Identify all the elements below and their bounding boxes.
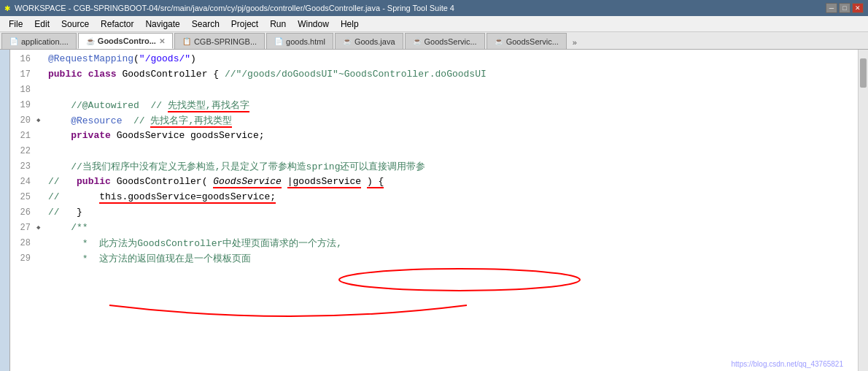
menu-project[interactable]: Project <box>225 18 264 31</box>
tab-label-application: application.... <box>21 37 69 46</box>
tab-label-goodsjava: Goods.java <box>354 37 395 46</box>
tabs-bar: 📄 application.... ☕ GoodsContro... ✕ 📋 C… <box>0 32 868 50</box>
line-num-19: 19 <box>10 100 36 110</box>
tab-goodsservice2[interactable]: ☕ GoodsServic... <box>487 33 567 49</box>
scrollbar-thumb[interactable] <box>860 58 867 88</box>
line-content-27: /** <box>45 222 858 233</box>
menu-run[interactable]: Run <box>264 18 292 31</box>
tab-icon-app: 📄 <box>9 37 18 45</box>
menu-search[interactable]: Search <box>186 18 225 31</box>
line-content-22 <box>45 145 858 156</box>
line-content-20: @Resource // 先找名字,再找类型 <box>45 114 858 127</box>
line-num-25: 25 <box>10 192 36 202</box>
line-num-18: 18 <box>10 85 36 95</box>
line-num-29: 29 <box>10 253 36 264</box>
code-line-19: 19 //@Autowired // 先找类型,再找名字 <box>10 97 858 112</box>
menu-refactor[interactable]: Refactor <box>95 18 139 31</box>
line-num-20: 20 <box>10 115 36 126</box>
code-line-29: 29 * 这方法的返回值现在是一个模板页面 <box>10 250 858 266</box>
tab-label-goodscontroller: GoodsContro... <box>98 37 156 45</box>
tab-goods-java[interactable]: ☕ Goods.java <box>335 33 403 49</box>
code-line-28: 28 * 此方法为GoodsController中处理页面请求的一个方法, <box>10 235 858 250</box>
code-line-27: 27 ◆ /** <box>10 220 858 235</box>
line-content-18 <box>45 84 858 95</box>
editor-container: 16 @RequestMapping("/goods/") 17 public … <box>0 50 868 371</box>
line-content-21: private GoodsService goodsService; <box>45 130 858 141</box>
close-button[interactable]: ✕ <box>852 3 864 13</box>
menu-source[interactable]: Source <box>55 18 95 31</box>
app-icon: ✱ <box>4 4 10 12</box>
line-content-24: // public GoodsController( GoodsService … <box>45 176 858 187</box>
code-line-17: 17 public class GoodsController { //"/go… <box>10 66 858 82</box>
svg-point-0 <box>339 269 580 291</box>
tab-label-gs2: GoodsServic... <box>506 37 559 46</box>
menu-edit[interactable]: Edit <box>28 18 55 31</box>
tab-icon-gs1: ☕ <box>413 37 422 45</box>
line-content-29: * 这方法的返回值现在是一个模板页面 <box>45 252 858 265</box>
line-marker-27: ◆ <box>36 223 45 232</box>
line-content-26: // } <box>45 207 858 218</box>
watermark: https://blog.csdn.net/qq_43765821 <box>732 360 843 368</box>
tab-icon-goods: ☕ <box>86 37 95 45</box>
line-num-27: 27 <box>10 223 36 233</box>
tab-goodscontroller[interactable]: ☕ GoodsContro... ✕ <box>78 33 173 49</box>
line-content-28: * 此方法为GoodsController中处理页面请求的一个方法, <box>45 237 858 250</box>
tab-label-html: goods.html <box>286 37 325 46</box>
line-num-26: 26 <box>10 207 36 218</box>
tab-icon-cgb: 📋 <box>182 37 191 45</box>
line-content-19: //@Autowired // 先找类型,再找名字 <box>45 99 858 112</box>
vertical-scrollbar[interactable] <box>858 50 868 371</box>
code-area[interactable]: 16 @RequestMapping("/goods/") 17 public … <box>10 50 858 371</box>
line-num-17: 17 <box>10 69 36 80</box>
tab-application[interactable]: 📄 application.... <box>1 33 77 49</box>
tab-close-goodscontroller[interactable]: ✕ <box>159 37 165 45</box>
code-line-25: 25 // this.goodsService=goodsService; <box>10 189 858 204</box>
code-line-20: 20 ◆ @Resource // 先找名字,再找类型 <box>10 112 858 128</box>
menu-file[interactable]: File <box>3 18 28 31</box>
code-line-18: 18 <box>10 82 858 97</box>
menu-navigate[interactable]: Navigate <box>139 18 185 31</box>
code-line-26: 26 // } <box>10 204 858 220</box>
line-marker-20: ◆ <box>36 116 45 124</box>
code-line-21: 21 private GoodsService goodsService; <box>10 128 858 143</box>
tab-cgb-springboot[interactable]: 📋 CGB-SPRINGB... <box>174 33 265 49</box>
line-num-28: 28 <box>10 238 36 248</box>
minimize-button[interactable]: ─ <box>826 3 837 13</box>
line-num-23: 23 <box>10 161 36 172</box>
tabs-overflow[interactable]: » <box>568 36 581 49</box>
line-num-16: 16 <box>10 54 36 64</box>
menu-window[interactable]: Window <box>292 18 335 31</box>
code-line-22: 22 <box>10 143 858 158</box>
tab-goodsservice1[interactable]: ☕ GoodsServic... <box>405 33 485 49</box>
window-controls[interactable]: ─ □ ✕ <box>826 3 864 13</box>
line-num-24: 24 <box>10 177 36 187</box>
menu-help[interactable]: Help <box>335 18 365 31</box>
tab-icon-goodsjava: ☕ <box>343 37 352 45</box>
tab-label-cgb: CGB-SPRINGB... <box>194 37 257 46</box>
left-side-icons <box>0 50 10 371</box>
tab-icon-html: 📄 <box>274 37 283 45</box>
line-num-22: 22 <box>10 146 36 156</box>
code-line-23: 23 //当我们程序中没有定义无参构造,只是定义了带参构造spring还可以直接… <box>10 158 858 174</box>
line-content-25: // this.goodsService=goodsService; <box>45 191 858 202</box>
line-content-16: @RequestMapping("/goods/") <box>45 53 858 64</box>
tab-label-gs1: GoodsServic... <box>425 37 477 46</box>
maximize-button[interactable]: □ <box>839 3 850 13</box>
title-bar: ✱ WORKSPACE - CGB-SPRINGBOOT-04/src/main… <box>0 0 868 16</box>
title-bar-text: WORKSPACE - CGB-SPRINGBOOT-04/src/main/j… <box>15 4 821 12</box>
line-content-23: //当我们程序中没有定义无参构造,只是定义了带参构造spring还可以直接调用带… <box>45 160 858 173</box>
tab-goods-html[interactable]: 📄 goods.html <box>266 33 333 49</box>
code-line-24: 24 // public GoodsController( GoodsServi… <box>10 174 858 189</box>
menu-bar: File Edit Source Refactor Navigate Searc… <box>0 16 868 32</box>
line-num-21: 21 <box>10 131 36 141</box>
line-content-17: public class GoodsController { //"/goods… <box>45 69 858 80</box>
code-line-16: 16 @RequestMapping("/goods/") <box>10 51 858 66</box>
tab-icon-gs2: ☕ <box>495 37 503 45</box>
